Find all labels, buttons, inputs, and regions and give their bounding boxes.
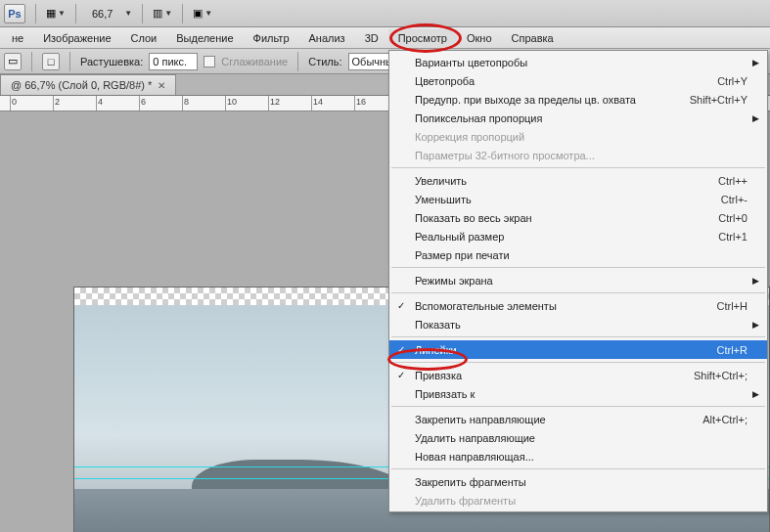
menu-item-shortcut: Ctrl+Y bbox=[717, 75, 747, 87]
menu-item-label: Предупр. при выходе за пределы цв. охват… bbox=[415, 94, 690, 106]
menu-item[interactable]: Предупр. при выходе за пределы цв. охват… bbox=[389, 90, 767, 109]
menu-item-shortcut: Ctrl+0 bbox=[718, 212, 747, 224]
menu-item[interactable]: Привязать к▶ bbox=[389, 384, 767, 403]
menu-item[interactable]: Режимы экрана▶ bbox=[389, 271, 767, 289]
menu-item[interactable]: УменьшитьCtrl+- bbox=[389, 190, 767, 208]
menu-item[interactable]: Новая направляющая... bbox=[389, 447, 767, 466]
menu-фильтр[interactable]: Фильтр bbox=[244, 29, 299, 47]
menu-анализ[interactable]: Анализ bbox=[299, 29, 355, 47]
menu-item[interactable]: ЦветопробаCtrl+Y bbox=[389, 71, 767, 90]
separator bbox=[35, 4, 36, 23]
document-title: @ 66,7% (Слой 0, RGB/8#) * bbox=[11, 79, 152, 91]
ruler-tick bbox=[311, 96, 312, 111]
menu-item[interactable]: Реальный размерCtrl+1 bbox=[389, 227, 767, 245]
menu-item[interactable]: ✓Вспомогательные элементыCtrl+H bbox=[389, 296, 767, 315]
menu-item-shortcut: Ctrl++ bbox=[718, 175, 747, 187]
menu-separator bbox=[391, 406, 765, 407]
close-icon[interactable]: ✕ bbox=[158, 80, 165, 91]
separator bbox=[31, 52, 32, 71]
menu-item[interactable]: Показать во весь экранCtrl+0 bbox=[389, 208, 767, 227]
chevron-down-icon: ▼ bbox=[204, 9, 212, 18]
menu-separator bbox=[391, 336, 765, 337]
ruler-tick bbox=[182, 96, 183, 111]
menu-item[interactable]: Попиксельная пропорция▶ bbox=[389, 109, 767, 127]
menu-item[interactable]: Удалить направляющие bbox=[389, 428, 767, 447]
feather-input[interactable] bbox=[149, 53, 198, 70]
menu-item-label: Варианты цветопробы bbox=[415, 57, 747, 68]
ruler-tick-label: 14 bbox=[313, 97, 323, 107]
menu-separator bbox=[391, 267, 765, 268]
menu-item-shortcut: Shift+Ctrl+; bbox=[694, 370, 747, 381]
ruler-tick-label: 16 bbox=[356, 97, 366, 107]
menu-item-label: Линейки bbox=[415, 344, 717, 356]
check-icon: ✓ bbox=[397, 344, 405, 355]
menu-item-shortcut: Alt+Ctrl+; bbox=[702, 414, 747, 425]
image-content bbox=[192, 460, 407, 493]
submenu-arrow-icon: ▶ bbox=[752, 113, 759, 123]
menu-item[interactable]: ✓ПривязкаShift+Ctrl+; bbox=[389, 366, 767, 384]
menu-item-label: Закрепить направляющие bbox=[415, 414, 702, 425]
separator bbox=[142, 4, 143, 23]
separator bbox=[69, 52, 70, 71]
separator bbox=[75, 4, 76, 23]
menu-item: Коррекция пропорций bbox=[389, 127, 767, 146]
menu-выделение[interactable]: Выделение bbox=[166, 29, 243, 47]
menu-item-shortcut: Ctrl+- bbox=[721, 194, 747, 205]
menu-item[interactable]: Закрепить направляющиеAlt+Ctrl+; bbox=[389, 410, 767, 428]
menu-item-label: Удалить направляющие bbox=[415, 432, 747, 444]
submenu-arrow-icon: ▶ bbox=[752, 320, 759, 330]
menu-item-label: Удалить фрагменты bbox=[415, 495, 747, 507]
tool-preset-icon[interactable]: ▭ bbox=[4, 53, 22, 70]
separator bbox=[182, 4, 183, 23]
menu-separator bbox=[391, 292, 765, 293]
separator bbox=[297, 52, 298, 71]
menu-item-label: Увеличить bbox=[415, 175, 718, 187]
menu-item-label: Показать bbox=[415, 319, 747, 331]
document-tab[interactable]: @ 66,7% (Слой 0, RGB/8#) * ✕ bbox=[0, 74, 176, 95]
screenmode-button[interactable]: ▣▼ bbox=[193, 7, 212, 20]
menu-не[interactable]: не bbox=[2, 29, 33, 47]
menu-item-label: Попиксельная пропорция bbox=[415, 112, 747, 124]
menu-separator bbox=[391, 468, 765, 469]
arrange-icon: ▥ bbox=[153, 7, 162, 20]
menu-item-label: Привязать к bbox=[415, 388, 747, 400]
menu-item[interactable]: Закрепить фрагменты bbox=[389, 472, 767, 491]
ruler-tick-label: 12 bbox=[270, 97, 280, 107]
arrange-button[interactable]: ▥▼ bbox=[153, 7, 172, 20]
zoom-level[interactable]: 66,7 bbox=[86, 8, 118, 20]
menu-item-shortcut: Shift+Ctrl+Y bbox=[690, 94, 747, 106]
menu-слои[interactable]: Слои bbox=[121, 29, 167, 47]
menu-item[interactable]: ✓ЛинейкиCtrl+R bbox=[389, 340, 767, 359]
menu-справка[interactable]: Справка bbox=[502, 29, 564, 47]
menu-просмотр[interactable]: Просмотр bbox=[388, 29, 457, 47]
menu-окно[interactable]: Окно bbox=[457, 29, 502, 47]
menu-item-label: Показать во весь экран bbox=[415, 212, 718, 224]
submenu-arrow-icon: ▶ bbox=[752, 276, 759, 286]
menu-item: Параметры 32-битного просмотра... bbox=[389, 146, 767, 164]
ruler-tick bbox=[53, 96, 54, 111]
menu-item[interactable]: Варианты цветопробы▶ bbox=[389, 53, 767, 71]
menu-3d[interactable]: 3D bbox=[355, 29, 388, 47]
ruler-tick-label: 10 bbox=[227, 97, 237, 107]
menu-item[interactable]: УвеличитьCtrl++ bbox=[389, 171, 767, 190]
menu-item-shortcut: Ctrl+R bbox=[717, 344, 747, 356]
menubar: неИзображениеСлоиВыделениеФильтрАнализ3D… bbox=[0, 27, 770, 49]
menu-item-label: Цветопроба bbox=[415, 75, 717, 87]
menu-item-shortcut: Ctrl+H bbox=[717, 300, 747, 312]
ruler-tick bbox=[268, 96, 269, 111]
bridge-button[interactable]: ▦▼ bbox=[46, 7, 66, 20]
menu-item-label: Реальный размер bbox=[415, 231, 718, 243]
menu-item[interactable]: Показать▶ bbox=[389, 315, 767, 333]
ps-logo-button[interactable]: Ps bbox=[4, 4, 25, 23]
ruler-tick bbox=[10, 96, 11, 111]
menu-item[interactable]: Размер при печати bbox=[389, 245, 767, 264]
check-icon: ✓ bbox=[397, 370, 405, 380]
ruler-tick-label: 0 bbox=[12, 97, 17, 107]
feather-label: Растушевка: bbox=[80, 56, 143, 67]
selection-mode-icon[interactable]: □ bbox=[42, 53, 60, 70]
menu-separator bbox=[391, 167, 765, 168]
menu-item-label: Параметры 32-битного просмотра... bbox=[415, 150, 747, 161]
menu-изображение[interactable]: Изображение bbox=[33, 29, 120, 47]
ruler-tick bbox=[96, 96, 97, 111]
ruler-tick bbox=[225, 96, 226, 111]
